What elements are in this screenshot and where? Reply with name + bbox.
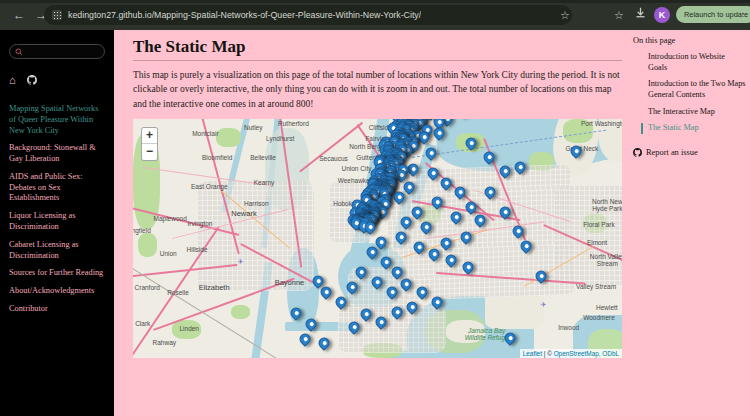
intro-paragraph: This map is purely a visualization on th…: [133, 68, 622, 111]
toc: On this page Introduction to Website Goa…: [633, 36, 746, 157]
map-marker: [514, 163, 525, 178]
back-icon[interactable]: ←: [10, 6, 28, 24]
report-issue-label: Report an issue: [646, 148, 698, 157]
map-label: Port Washington: [581, 119, 622, 126]
map-marker: [393, 193, 404, 208]
report-issue-link[interactable]: Report an issue: [633, 148, 746, 157]
toc-list: Introduction to Website GoalsIntroductio…: [633, 52, 746, 134]
zoom-out-button[interactable]: −: [142, 144, 157, 160]
github-icon[interactable]: [27, 71, 37, 89]
map-marker: [413, 243, 424, 258]
map-marker: [291, 309, 302, 324]
map-label: Newark: [231, 208, 256, 217]
map-marker: [407, 165, 418, 180]
map-label: Bayonne: [275, 277, 305, 286]
map-label: Jamaica Bay Wildlife Refuge: [465, 326, 509, 341]
map-marker: [411, 208, 422, 223]
profile-avatar[interactable]: K: [654, 7, 670, 23]
map-marker: [484, 188, 495, 203]
toc-item-0[interactable]: Introduction to Website Goals: [641, 52, 746, 73]
map-marker: [391, 308, 402, 323]
sidebar-item-1[interactable]: Background: Stonewall & Gay Liberation: [9, 143, 105, 165]
sidebar-nav: Mapping Spatial Networks of Queer Pleasu…: [9, 104, 105, 315]
chrome-menu-icon[interactable]: ⋮: [738, 6, 749, 24]
map-label: ✈: [541, 301, 547, 309]
sidebar-item-3[interactable]: Liquor Licensing as Discrimination: [9, 211, 105, 233]
map-marker: [336, 298, 347, 313]
toc-item-2[interactable]: The Interactive Map: [641, 107, 746, 118]
sidebar-item-4[interactable]: Cabaret Licensing as Discrimination: [9, 240, 105, 262]
map-marker: [371, 278, 382, 293]
map-label: Springfield: [133, 226, 151, 233]
map-marker: [520, 242, 531, 257]
map-label: Rahway: [153, 338, 176, 345]
map-label: Montclair: [192, 129, 218, 136]
map-label: Union City: [341, 164, 371, 171]
map-marker: [401, 280, 412, 295]
search-box[interactable]: [9, 44, 105, 59]
sidebar-item-5[interactable]: Sources for Further Reading: [9, 268, 105, 279]
map-label: Nutley: [244, 123, 262, 130]
zoom-in-button[interactable]: +: [142, 128, 157, 144]
map-marker: [431, 198, 442, 213]
map-label: Bloomfield: [202, 153, 232, 160]
leaflet-link[interactable]: Leaflet: [523, 350, 542, 357]
map-marker: [406, 303, 417, 318]
download-icon[interactable]: [634, 7, 652, 25]
map-zoom-control: + −: [141, 127, 158, 161]
map-marker: [535, 272, 546, 287]
map-label: Elizabeth: [199, 282, 230, 291]
map-marker: [474, 216, 485, 231]
map-label: North New Hyde Park: [588, 197, 622, 212]
sidebar-item-2[interactable]: AIDS and Public Sex: Debates on Sex Esta…: [9, 172, 105, 204]
map-label: Hillside: [187, 245, 208, 252]
map-marker: [361, 310, 372, 325]
map-marker: [365, 223, 376, 238]
map-marker: [321, 288, 332, 303]
map-marker: [425, 149, 436, 164]
map-marker: [421, 223, 432, 238]
map-label: Elmont: [587, 238, 607, 245]
map-marker: [512, 227, 523, 242]
map-marker: [457, 119, 468, 122]
map-label: Woodmere: [583, 313, 615, 320]
map-marker: [433, 129, 444, 144]
map-marker: [319, 339, 330, 354]
map-marker: [483, 153, 494, 168]
bookmark-star-icon[interactable]: ☆: [556, 6, 574, 24]
map-marker: [454, 188, 465, 203]
map-marker: [499, 208, 510, 223]
url-bar[interactable]: kedington27.github.io/Mapping-Spatial-Ne…: [44, 5, 572, 25]
map-label: Harrison: [244, 199, 269, 206]
sidebar-item-0[interactable]: Mapping Spatial Networks of Queer Pleasu…: [9, 104, 105, 136]
map-label: Inwood: [558, 323, 579, 330]
sidebar-item-6[interactable]: About/Acknowledgments: [9, 286, 105, 297]
site-sidebar: ⌂ Mapping Spatial Networks of Queer Plea…: [0, 30, 114, 416]
title-divider: [133, 60, 622, 61]
map-label: Linden: [179, 324, 199, 331]
github-issue-icon: [633, 148, 642, 157]
sidebar-item-7[interactable]: Contributor: [9, 304, 105, 315]
map-marker: [461, 233, 472, 248]
map-marker: [348, 323, 359, 338]
toc-item-1[interactable]: Introduction to the Two Maps General Con…: [641, 79, 746, 100]
static-map[interactable]: NutleyMontclairRutherfordLyndhurstBloomf…: [133, 119, 622, 358]
map-marker: [441, 179, 452, 194]
bookmark-star-icon-2[interactable]: ☆: [610, 6, 628, 24]
map-marker: [376, 318, 387, 333]
map-marker: [396, 233, 407, 248]
map-marker: [403, 183, 414, 198]
map-label: Belleville: [250, 153, 276, 160]
map-label: Union: [160, 249, 177, 256]
map-marker: [504, 334, 515, 349]
toc-item-3[interactable]: The Static Map: [641, 123, 746, 134]
search-input[interactable]: [23, 47, 93, 56]
toc-heading: On this page: [633, 36, 746, 45]
map-marker: [441, 239, 452, 254]
map-marker: [571, 147, 582, 162]
home-icon[interactable]: ⌂: [9, 75, 16, 85]
osm-link[interactable]: OpenStreetMap, ODbL: [554, 350, 619, 357]
tab-strip: [0, 0, 750, 3]
map-marker: [416, 288, 427, 303]
map-label: Irvington: [188, 219, 213, 226]
